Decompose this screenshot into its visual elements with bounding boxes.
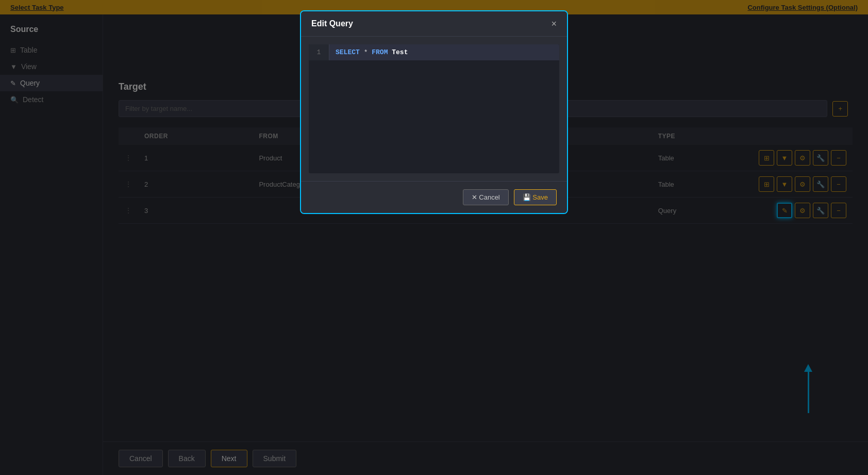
modal-header: Edit Query ×	[301, 11, 567, 37]
line-number: 1	[309, 44, 329, 60]
modal-footer: ✕ Cancel 💾 Save	[301, 181, 567, 213]
sql-keyword-select: SELECT	[336, 48, 360, 56]
sql-star: *	[364, 48, 372, 56]
code-line-1: 1 SELECT * FROM Test	[309, 44, 559, 60]
code-editor: 1 SELECT * FROM Test	[309, 44, 559, 173]
modal-title: Edit Query	[311, 19, 353, 28]
modal-overlay: Edit Query × 1 SELECT * FROM Test ✕ Canc…	[0, 0, 868, 475]
modal-close-button[interactable]: ×	[551, 19, 557, 28]
modal-save-button[interactable]: 💾 Save	[514, 189, 557, 205]
line-content[interactable]: SELECT * FROM Test	[329, 44, 559, 60]
modal-cancel-button[interactable]: ✕ Cancel	[463, 189, 509, 205]
modal-body: 1 SELECT * FROM Test	[301, 37, 567, 181]
edit-query-modal: Edit Query × 1 SELECT * FROM Test ✕ Canc…	[300, 10, 568, 214]
sql-keyword-from: FROM	[372, 48, 388, 56]
sql-table: Test	[392, 48, 408, 56]
